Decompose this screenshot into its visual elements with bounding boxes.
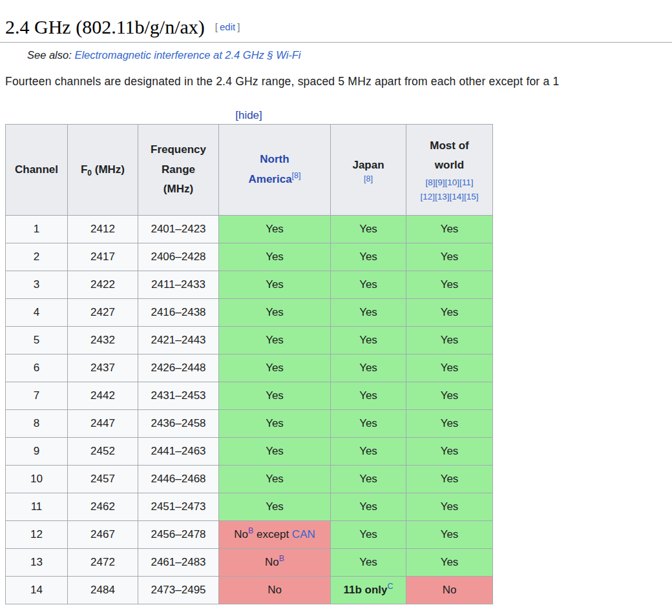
japan-cell: Yes <box>331 549 406 577</box>
f0-cell: 2437 <box>68 354 138 382</box>
can-link[interactable]: CAN <box>292 528 315 540</box>
japan-cell: 11b onlyC <box>331 577 406 604</box>
footnote-link[interactable]: C <box>388 582 394 591</box>
header-f0-pre: F <box>81 163 87 176</box>
header-f0-post: (MHz) <box>92 163 125 176</box>
north-america-cell: Yes <box>219 466 331 493</box>
world-cell: Yes <box>406 438 493 466</box>
channel-cell: 2 <box>6 243 68 271</box>
world-cell: Yes <box>406 382 493 410</box>
table-row: 1124622451–2473YesYesYes <box>6 493 493 521</box>
world-cell: Yes <box>406 549 493 577</box>
world-cell: Yes <box>406 521 493 549</box>
japan-cell: Yes <box>331 410 406 438</box>
table-row: 424272416–2438YesYesYes <box>6 299 493 327</box>
frequency-range-cell: 2421–2443 <box>138 327 219 354</box>
channel-cell: 12 <box>6 521 68 549</box>
see-also-line: See also: Electromagnetic interference a… <box>27 49 672 61</box>
edit-link[interactable]: edit <box>220 21 235 32</box>
table-row: 324222411–2433YesYesYes <box>6 271 493 299</box>
north-america-cell: Yes <box>219 299 331 327</box>
north-america-cell: Yes <box>219 410 331 438</box>
japan-cell: Yes <box>331 382 406 410</box>
table-row: 124122401–2423YesYesYes <box>6 216 493 243</box>
header-channel: Channel <box>6 125 68 216</box>
frequency-range-cell: 2441–2463 <box>138 438 219 466</box>
north-america-link[interactable]: North America <box>248 153 291 185</box>
channel-cell: 7 <box>6 382 68 410</box>
world-cell: Yes <box>406 271 493 299</box>
channel-cell: 11 <box>6 493 68 521</box>
header-japan-label: Japan <box>352 159 384 171</box>
footnote-ref-na[interactable]: [8] <box>292 171 301 180</box>
north-america-cell: Yes <box>219 243 331 271</box>
frequency-range-cell: 2446–2468 <box>138 466 219 493</box>
channel-cell: 14 <box>6 577 68 604</box>
f0-cell: 2472 <box>68 549 138 577</box>
frequency-range-cell: 2436–2458 <box>138 410 219 438</box>
footnote-ref-japan[interactable]: [8] <box>333 175 403 184</box>
wifi-channel-table: Channel F0 (MHz) Frequency Range (MHz) N… <box>5 124 493 604</box>
section-heading: 2.4 GHz (802.11b/g/n/ax)[edit] <box>0 0 672 43</box>
channel-cell: 9 <box>6 438 68 466</box>
japan-cell: Yes <box>331 271 406 299</box>
header-world: Most of world [8][9][10][11] [12][13][14… <box>406 125 493 216</box>
header-f0: F0 (MHz) <box>68 125 138 216</box>
header-world-label: Most of world <box>423 136 476 176</box>
world-cell: Yes <box>406 493 493 521</box>
table-row: 624372426–2448YesYesYes <box>6 354 493 382</box>
frequency-range-cell: 2416–2438 <box>138 299 219 327</box>
f0-cell: 2432 <box>68 327 138 354</box>
header-frequency-range: Frequency Range (MHz) <box>138 125 219 216</box>
hide-link[interactable]: [hide] <box>235 109 262 121</box>
world-cell: No <box>406 577 493 604</box>
bold-text: 11b only <box>343 584 387 596</box>
japan-cell: Yes <box>331 354 406 382</box>
channel-cell: 1 <box>6 216 68 243</box>
north-america-cell: NoB <box>219 549 331 577</box>
channel-cell: 8 <box>6 410 68 438</box>
footnote-link[interactable]: B <box>279 554 284 563</box>
table-header: Channel F0 (MHz) Frequency Range (MHz) N… <box>6 125 493 216</box>
table-row: 824472436–2458YesYesYes <box>6 410 493 438</box>
f0-cell: 2427 <box>68 299 138 327</box>
footnote-link[interactable]: B <box>248 526 253 535</box>
north-america-cell: Yes <box>219 354 331 382</box>
footnote-refs-world-2[interactable]: [12][13][14][15] <box>409 190 490 204</box>
channel-cell: 5 <box>6 327 68 354</box>
north-america-cell: Yes <box>219 438 331 466</box>
footnote-refs-world-1[interactable]: [8][9][10][11] <box>409 176 490 190</box>
header-frequency-range-label: Frequency Range (MHz) <box>147 140 209 200</box>
frequency-range-cell: 2461–2483 <box>138 549 219 577</box>
f0-cell: 2462 <box>68 493 138 521</box>
north-america-cell: Yes <box>219 216 331 243</box>
frequency-range-cell: 2456–2478 <box>138 521 219 549</box>
f0-cell: 2412 <box>68 216 138 243</box>
section-heading-text: 2.4 GHz (802.11b/g/n/ax) <box>5 16 205 37</box>
world-cell: Yes <box>406 354 493 382</box>
north-america-cell: Yes <box>219 327 331 354</box>
f0-cell: 2447 <box>68 410 138 438</box>
f0-cell: 2484 <box>68 577 138 604</box>
japan-cell: Yes <box>331 243 406 271</box>
world-cell: Yes <box>406 466 493 493</box>
table-row: 924522441–2463YesYesYes <box>6 438 493 466</box>
table-row: 524322421–2443YesYesYes <box>6 327 493 354</box>
edit-bracket-close: ] <box>237 21 240 32</box>
north-america-cell: NoB except CAN <box>219 521 331 549</box>
f0-cell: 2417 <box>68 243 138 271</box>
frequency-range-cell: 2426–2448 <box>138 354 219 382</box>
f0-cell: 2457 <box>68 466 138 493</box>
f0-cell: 2452 <box>68 438 138 466</box>
channel-cell: 3 <box>6 271 68 299</box>
table-row: 1224672456–2478NoB except CANYesYes <box>6 521 493 549</box>
frequency-range-cell: 2451–2473 <box>138 493 219 521</box>
world-cell: Yes <box>406 243 493 271</box>
see-also-link[interactable]: Electromagnetic interference at 2.4 GHz … <box>74 49 300 61</box>
japan-cell: Yes <box>331 299 406 327</box>
frequency-range-cell: 2431–2453 <box>138 382 219 410</box>
japan-cell: Yes <box>331 521 406 549</box>
table-row: 724422431–2453YesYesYes <box>6 382 493 410</box>
header-row: Channel F0 (MHz) Frequency Range (MHz) N… <box>6 125 493 216</box>
japan-cell: Yes <box>331 493 406 521</box>
